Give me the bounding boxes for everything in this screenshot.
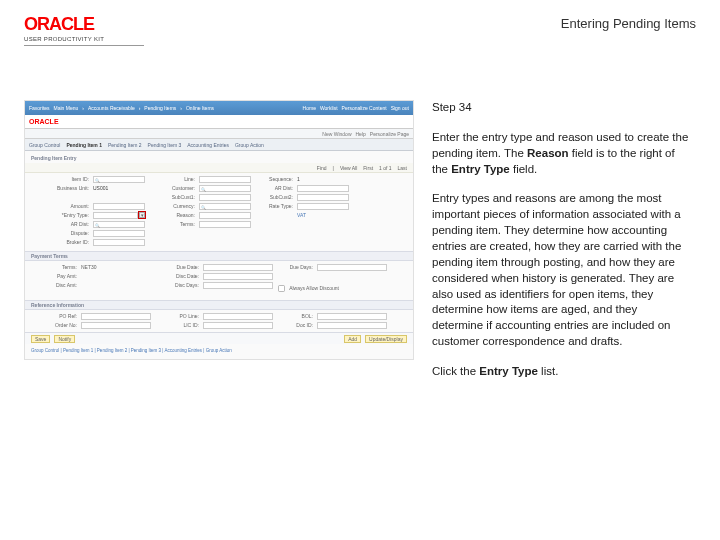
tab-pending-item-3[interactable]: Pending Item 3 (148, 142, 182, 148)
toolbar-find[interactable]: Find (317, 165, 327, 171)
nav-online[interactable]: Online Items (186, 105, 214, 111)
save-button[interactable]: Save (31, 335, 50, 343)
app-brand-row: ORACLE (25, 115, 413, 129)
label-terms-top: Terms: (147, 221, 197, 228)
page-footer-bar: Save Notify Add Update/Display (25, 332, 413, 344)
checkbox-allow-discount[interactable] (278, 285, 285, 292)
field-due-days[interactable] (317, 264, 387, 271)
field-entry-type[interactable] (93, 212, 138, 219)
label-pay-amt: Pay Amt: (31, 273, 79, 280)
label-business-unit: Business Unit: (31, 185, 91, 192)
label-due-date: Due Date: (153, 264, 201, 271)
field-disc-days[interactable] (203, 282, 273, 289)
tab-group-action[interactable]: Group Action (235, 142, 264, 148)
toolbar-pos: 1 of 1 (379, 165, 392, 171)
tab-pending-item-2[interactable]: Pending Item 2 (108, 142, 142, 148)
app-topbar: Favorites Main Menu › Accounts Receivabl… (25, 101, 413, 115)
scroll-toolbar: Find | View All First 1 of 1 Last (25, 163, 413, 173)
field-terms-top[interactable] (199, 221, 251, 228)
value-sequence: 1 (297, 176, 349, 183)
field-ardist[interactable] (93, 221, 145, 228)
notify-button[interactable]: Notify (54, 335, 75, 343)
field-broker[interactable] (93, 239, 145, 246)
label-disc-amt: Disc Amt: (31, 282, 79, 295)
label-entry-type: *Entry Type: (31, 212, 91, 219)
field-line[interactable] (199, 176, 251, 183)
nav-ar[interactable]: Accounts Receivable (88, 105, 135, 111)
bottom-tabs-links[interactable]: Group Control | Pending Item 1 | Pending… (25, 344, 413, 357)
nav-home[interactable]: Home (303, 105, 316, 111)
entry-type-dropdown-button[interactable]: ▾ (139, 212, 145, 218)
label-amount: Amount: (31, 203, 91, 210)
label-po-line: PO Line: (153, 313, 201, 320)
brand-rule (24, 45, 144, 46)
label-line: Line: (147, 176, 197, 183)
section-title: Pending Item Entry (25, 151, 413, 163)
value-terms: NET30 (81, 264, 151, 271)
toolbar-viewall[interactable]: View All (340, 165, 357, 171)
label-dispute: Dispute: (31, 230, 91, 237)
link-new-window[interactable]: New Window (322, 131, 351, 137)
field-bol[interactable] (317, 313, 387, 320)
brand-subtitle: USER PRODUCTIVITY KIT (24, 36, 144, 42)
field-item-id[interactable] (93, 176, 145, 183)
label-ardist2: AR Dist: (31, 221, 91, 228)
field-currency[interactable] (199, 203, 251, 210)
page-meta-links: New Window Help Personalize Page (25, 129, 413, 139)
link-personalize[interactable]: Personalize Page (370, 131, 409, 137)
toolbar-first[interactable]: First (363, 165, 373, 171)
field-due-date[interactable] (203, 264, 273, 271)
update-display-button[interactable]: Update/Display (365, 335, 407, 343)
nav-signout[interactable]: Sign out (391, 105, 409, 111)
label-disc-date: Disc Date: (153, 273, 201, 280)
label-item-id: Item ID: (31, 176, 91, 183)
label-bol: BOL: (275, 313, 315, 320)
field-dispute[interactable] (93, 230, 145, 237)
field-amount[interactable] (93, 203, 145, 210)
nav-favorites[interactable]: Favorites (29, 105, 50, 111)
label-terms: Terms: (31, 264, 79, 271)
field-po-line[interactable] (203, 313, 273, 320)
field-lic-id[interactable] (203, 322, 273, 329)
step-label: Step 34 (432, 100, 690, 116)
label-rate-type: Rate Type: (253, 203, 295, 210)
field-customer[interactable] (199, 185, 251, 192)
instruction-panel: Step 34 Enter the entry type and reason … (432, 100, 696, 394)
toolbar-last[interactable]: Last (398, 165, 407, 171)
tab-group-control[interactable]: Group Control (29, 142, 60, 148)
label-order-no: Order No: (31, 322, 79, 329)
field-doc-id[interactable] (317, 322, 387, 329)
label-ardist: AR Dist: (253, 185, 295, 192)
field-ardist-top[interactable] (297, 185, 349, 192)
reference-info-form: PO Ref: PO Line: BOL: Order No: LIC ID: … (25, 310, 413, 332)
label-subcust1: SubCust1: (147, 194, 197, 201)
nav-worklist[interactable]: Worklist (320, 105, 338, 111)
label-reason: Reason: (147, 212, 197, 219)
link-help[interactable]: Help (356, 131, 366, 137)
field-disc-date[interactable] (203, 273, 273, 280)
nav-mainmenu[interactable]: Main Menu (54, 105, 79, 111)
add-button[interactable]: Add (344, 335, 361, 343)
nav-personalize[interactable]: Personalize Content (342, 105, 387, 111)
value-business-unit: US001 (93, 185, 145, 192)
nav-pending[interactable]: Pending Items (144, 105, 176, 111)
oracle-logo: ORACLE (24, 14, 144, 35)
label-lic-id: LIC ID: (153, 322, 201, 329)
field-order-no[interactable] (81, 322, 151, 329)
field-subcust2[interactable] (297, 194, 349, 201)
payment-terms-form: Terms:NET30 Due Date: Due Days: Pay Amt:… (25, 261, 413, 298)
label-customer: Customer: (147, 185, 197, 192)
tab-accounting-entries[interactable]: Accounting Entries (187, 142, 229, 148)
label-currency: Currency: (147, 203, 197, 210)
link-vat[interactable]: VAT (297, 212, 349, 219)
instruction-para-1: Enter the entry type and reason used to … (432, 130, 690, 178)
pending-item-form: Item ID: Line: Sequence:1 Business Unit:… (25, 173, 413, 249)
tab-pending-item-1[interactable]: Pending Item 1 (66, 142, 102, 148)
instruction-para-2: Entry types and reasons are among the mo… (432, 191, 690, 350)
field-reason[interactable] (199, 212, 251, 219)
field-rate-type[interactable] (297, 203, 349, 210)
field-po-ref[interactable] (81, 313, 151, 320)
label-broker: Broker ID: (31, 239, 91, 246)
mini-oracle-logo: ORACLE (29, 118, 59, 125)
field-subcust1[interactable] (199, 194, 251, 201)
